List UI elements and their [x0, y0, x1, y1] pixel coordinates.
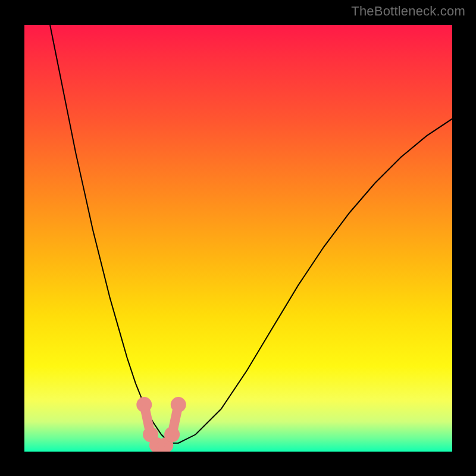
- touch-marker-dot: [146, 430, 155, 439]
- touch-marker-dot: [167, 430, 177, 439]
- watermark-text: TheBottleneck.com: [351, 4, 465, 19]
- bottleneck-curve-path: [50, 25, 452, 443]
- bottleneck-curve-svg: [24, 25, 452, 452]
- chart-plot-area: [24, 25, 452, 452]
- curve-touch-markers: [139, 400, 183, 450]
- touch-marker-dot: [139, 400, 149, 409]
- touch-marker-dot: [161, 440, 170, 450]
- touch-marker-dot: [174, 400, 183, 409]
